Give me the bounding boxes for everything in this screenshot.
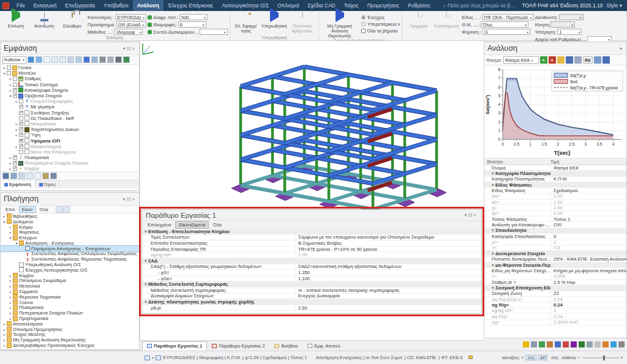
tree-item[interactable]: Κόμβοι — [1, 273, 139, 278]
render-wire-icon[interactable] — [99, 56, 106, 63]
add-spectrum-icon[interactable]: + — [540, 56, 547, 64]
tree-item[interactable]: Ξύλινα — [1, 300, 139, 305]
tree-item[interactable]: Αποτίμηση - Ενισχύσεις — [1, 240, 139, 246]
ribbon-tab[interactable]: Λειτουργικότητα Ο/Σ — [217, 0, 273, 11]
property-row[interactable]: Κατηγορία Σπουδαιότητας ΙΙ — [484, 234, 626, 239]
expand-icon[interactable] — [8, 300, 13, 305]
canvas-tab[interactable]: Παράθυρο Εργασίας 2 — [207, 341, 269, 351]
tree-item[interactable]: Αποτελέσματα — [1, 321, 139, 327]
expand-all-icon[interactable] — [56, 206, 62, 213]
property-row[interactable]: Ανάλυση για Κατακόρυφο ... ΟΧΙ — [484, 222, 626, 228]
render-solid-icon[interactable] — [123, 56, 130, 63]
expand-icon[interactable] — [8, 88, 13, 92]
ribbon-big-button[interactable]: Κατάστρωση — [432, 12, 460, 29]
ribbon-tab[interactable]: Επεξεργασία — [61, 0, 99, 11]
work-window-tab[interactable]: Επιλεγμένα — [145, 221, 174, 228]
visibility-checkbox[interactable] — [13, 155, 17, 160]
expand-icon[interactable] — [2, 322, 7, 326]
property-row[interactable]: qv= 1.00 — [484, 211, 626, 217]
ribbon-big-button[interactable]: Ανανέωση — [30, 12, 58, 29]
tree-item[interactable]: Δεδομένα — [1, 219, 139, 225]
expand-icon[interactable] — [2, 343, 7, 347]
tree-item[interactable]: Συντελεστές Ασφάλειας Οπλισμένου Σκυροδέ… — [1, 251, 139, 257]
expand-icon[interactable] — [8, 83, 13, 87]
ribbon-tab[interactable]: Εισαγωγή — [29, 0, 61, 11]
copy-icon[interactable] — [594, 56, 601, 64]
expand-icon[interactable] — [8, 284, 13, 288]
spectrum-dropdown[interactable]: Φάσμα ΕΚ8 — [503, 56, 539, 64]
close-icon[interactable]: × — [132, 46, 136, 51]
expand-icon[interactable] — [2, 220, 7, 224]
zoom-extents-icon[interactable] — [51, 56, 58, 63]
view-side-icon[interactable] — [91, 56, 98, 63]
visibility-checkbox[interactable] — [13, 94, 17, 98]
tree-item[interactable]: Πεπερασμένα Στοιχεία Πλακών — [1, 160, 139, 166]
visibility-checkbox[interactable] — [19, 150, 23, 154]
tree-item[interactable]: Με γέμισμα — [1, 104, 139, 110]
expand-icon[interactable] — [2, 71, 7, 75]
ribbon-big-button[interactable]: Υπερωθητική — [260, 12, 288, 29]
canvas-tab[interactable]: Παράθυρο Εργασίας 1 — [142, 341, 207, 351]
expand-icon[interactable] — [14, 144, 19, 149]
toolbar-icon[interactable] — [531, 341, 537, 347]
property-row[interactable]: Κατηγορία Πλαστιμότητας — [484, 171, 626, 176]
tree-item[interactable]: Υπερωθητική Ανάλυση Ο/Σ — [1, 262, 139, 267]
navigation-tab[interactable]: Επιλ — [2, 206, 18, 213]
visibility-checkbox[interactable] — [19, 111, 23, 115]
open-icon[interactable] — [557, 56, 565, 64]
property-row[interactable]: - γGe= 1.100 — [142, 276, 481, 282]
rd-button[interactable]: Rd — [583, 56, 593, 64]
property-row[interactable]: Μέθοδος Συντελεστή Συμπεριφοράς — [142, 281, 481, 288]
vertical-slider[interactable] — [582, 357, 619, 358]
drag-handle[interactable]: ......... — [533, 338, 547, 341]
ribbon-dropdown[interactable] — [559, 14, 584, 20]
expand-icon[interactable] — [14, 122, 19, 126]
tree-item[interactable]: Μη Γραμμική Ανάλυση Θεμελίωσης — [1, 337, 139, 343]
ribbon-dropdown[interactable] — [200, 29, 228, 35]
tree-item[interactable]: Κόμβοι — [1, 166, 139, 171]
expand-icon[interactable] — [8, 278, 13, 283]
canvas-tab[interactable]: Εμφ. Αποτελ. — [302, 341, 346, 351]
visibility-checkbox[interactable] — [13, 76, 17, 81]
ribbon-tab[interactable]: Ρυθμίσεις — [404, 0, 435, 11]
select-all-icon[interactable] — [2, 173, 9, 179]
tree-item[interactable]: Ύψη — [1, 132, 139, 138]
tree-item[interactable]: Μοντέλο — [1, 70, 139, 76]
ribbon-tab[interactable]: Ανάλυση — [133, 0, 163, 11]
delete-spectrum-icon[interactable]: × — [549, 56, 556, 64]
property-row[interactable]: γI= 1 — [484, 239, 626, 245]
visibility-checkbox[interactable] — [13, 166, 17, 171]
property-row[interactable]: Σεισμική Επιτάχυνση Εδάφους — [484, 285, 626, 291]
render-shaded-icon[interactable] — [115, 56, 122, 63]
invert-selection-icon[interactable] — [18, 173, 25, 179]
style-menu-button[interactable]: Style ▾ — [606, 2, 622, 9]
expand-icon[interactable] — [14, 99, 19, 103]
property-row[interactable]: Όνομα Φάσμα ΕΚ8 — [484, 165, 626, 171]
expand-icon[interactable] — [8, 94, 13, 98]
property-row[interactable]: Είδος Φάσματος — [484, 182, 626, 188]
expand-icon[interactable] — [8, 155, 13, 160]
filter-icon[interactable] — [26, 173, 33, 179]
visibility-checkbox[interactable] — [19, 105, 23, 109]
expand-icon[interactable] — [2, 214, 7, 218]
expand-icon[interactable] — [8, 316, 13, 321]
ribbon-big-button[interactable]: Ελ. Εφαρμ/τητας — [232, 12, 260, 34]
tree-item[interactable]: Τοιχοπληρώσεις Δοκών — [1, 127, 139, 132]
ribbon-tab[interactable]: Έλεγχος Επάρκειας — [163, 0, 217, 11]
select-none-icon[interactable] — [10, 173, 17, 179]
move-up-icon[interactable] — [28, 56, 34, 63]
grid-all-button[interactable]: όλη — [525, 355, 536, 360]
toolbar-icon[interactable] — [603, 341, 609, 347]
expand-icon[interactable] — [8, 295, 13, 299]
tree-item[interactable]: Οριζόντια Στοιχεία — [1, 93, 139, 98]
move-down-icon[interactable] — [36, 56, 42, 63]
tree-item[interactable]: Φορτίσεις — [1, 229, 139, 235]
expand-icon[interactable] — [8, 166, 13, 171]
property-row[interactable]: μη-Φέροντα Στοιχεία-Περιορισμός βλαβών — [484, 262, 626, 268]
ribbon-big-button[interactable]: Επίλυση — [2, 12, 30, 29]
ribbon-dropdown[interactable]: Όλες — [481, 21, 528, 28]
expand-icon[interactable] — [14, 127, 19, 132]
expand-icon[interactable] — [2, 65, 7, 70]
save-image-icon[interactable] — [603, 56, 610, 64]
property-row[interactable]: Δευτερεύοντα Στοιχεία — [484, 251, 626, 256]
